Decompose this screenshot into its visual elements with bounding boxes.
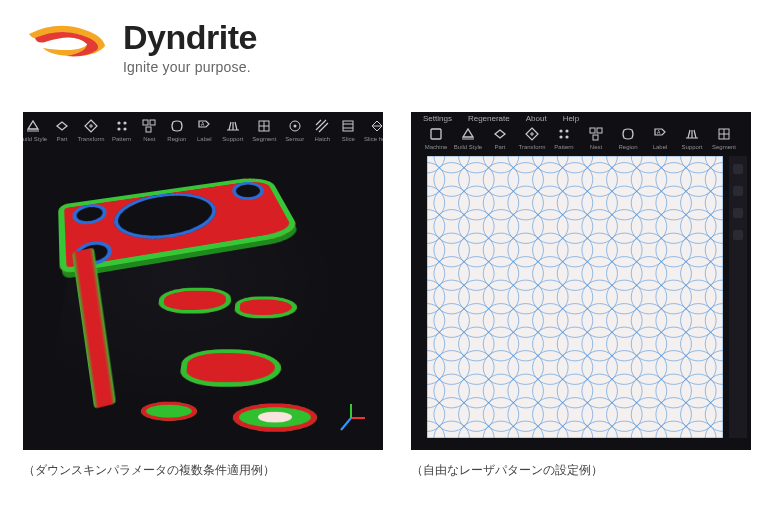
buildstyle-tool-button[interactable]: Build Style xyxy=(23,118,44,142)
hatch-tool-button[interactable]: Hatch xyxy=(314,118,330,142)
pattern-tool-button[interactable]: Pattern xyxy=(553,126,575,150)
svg-point-177 xyxy=(656,351,692,385)
svg-point-146 xyxy=(607,233,643,267)
pattern-tool-button[interactable]: Pattern xyxy=(112,118,131,142)
brand-tagline: Ignite your purpose. xyxy=(123,59,257,75)
label-tool-button[interactable]: ALabel xyxy=(649,126,671,150)
region-blob[interactable] xyxy=(231,404,319,432)
nest-tool-button[interactable]: Nest xyxy=(141,118,157,142)
svg-point-47 xyxy=(427,351,445,385)
left-viewport[interactable]: MachineBuild StylePartTransformPatternNe… xyxy=(23,112,383,450)
svg-line-22 xyxy=(341,418,351,430)
svg-point-5 xyxy=(123,127,126,130)
svg-point-163 xyxy=(631,327,667,361)
left-caption: （ダウンスキンパラメータの複数条件適用例） xyxy=(23,462,383,479)
axis-gizmo-icon[interactable] xyxy=(333,400,369,436)
machine-tool-button[interactable]: Machine xyxy=(425,126,447,150)
support-tool-button[interactable]: Support xyxy=(222,118,243,142)
svg-point-174 xyxy=(656,280,692,314)
svg-point-116 xyxy=(557,156,593,173)
segment-tool-button[interactable]: Segment xyxy=(253,118,275,142)
tool-label: Support xyxy=(222,136,243,142)
svg-point-125 xyxy=(557,351,593,385)
svg-point-151 xyxy=(607,351,643,385)
tool-label: Nest xyxy=(590,144,602,150)
menu-settings[interactable]: Settings xyxy=(423,114,452,123)
label-tool-button[interactable]: ALabel xyxy=(196,118,212,142)
svg-point-44 xyxy=(427,280,445,314)
support-tool-button[interactable]: Support xyxy=(681,126,703,150)
side-panel-button[interactable] xyxy=(733,164,743,174)
slicehere-tool-button[interactable]: Slice here xyxy=(366,118,383,142)
svg-point-58 xyxy=(434,304,470,338)
svg-point-79 xyxy=(483,186,519,220)
svg-point-126 xyxy=(557,374,593,408)
buildstyle-tool-button[interactable]: Build Style xyxy=(457,126,479,150)
machine-icon xyxy=(428,126,444,142)
svg-point-72 xyxy=(459,327,495,361)
tool-label: Region xyxy=(618,144,637,150)
svg-point-67 xyxy=(459,210,495,244)
logo-area: Dyndrite Ignite your purpose. xyxy=(23,12,257,75)
svg-point-193 xyxy=(681,421,717,438)
region-blob[interactable] xyxy=(140,402,198,421)
region-tool-button[interactable]: Region xyxy=(167,118,186,142)
menu-regenerate[interactable]: Regenerate xyxy=(468,114,510,123)
svg-point-40 xyxy=(427,186,445,220)
menu-about[interactable]: About xyxy=(526,114,547,123)
left-3d-canvas[interactable] xyxy=(31,156,375,442)
svg-point-49 xyxy=(427,398,445,432)
slicehere-icon xyxy=(369,118,383,134)
side-panel-button[interactable] xyxy=(733,230,743,240)
svg-point-203 xyxy=(705,351,723,385)
right-viewport[interactable]: SettingsRegenerateAboutHelp MachineBuild… xyxy=(411,112,751,450)
svg-point-118 xyxy=(557,186,593,220)
svg-point-179 xyxy=(656,398,692,432)
svg-point-119 xyxy=(557,210,593,244)
region-tool-button[interactable]: Region xyxy=(617,126,639,150)
right-side-panel[interactable] xyxy=(729,156,747,438)
part-tool-button[interactable]: Part xyxy=(54,118,70,142)
svg-point-136 xyxy=(582,304,618,338)
slice-tool-button[interactable]: Slice xyxy=(340,118,356,142)
part-tool-button[interactable]: Part xyxy=(489,126,511,150)
svg-point-41 xyxy=(427,210,445,244)
side-panel-button[interactable] xyxy=(733,186,743,196)
sensor-tool-button[interactable]: Sensor xyxy=(285,118,304,142)
transform-tool-button[interactable]: Transform xyxy=(521,126,543,150)
svg-point-94 xyxy=(508,233,544,267)
svg-point-2 xyxy=(117,121,120,124)
support-icon xyxy=(684,126,700,142)
right-caption: （自由なレーザパターンの設定例） xyxy=(411,462,751,479)
svg-point-28 xyxy=(565,135,568,138)
tool-label: Segment xyxy=(712,144,736,150)
svg-point-55 xyxy=(434,233,470,267)
segment-tool-button[interactable]: Segment xyxy=(713,126,735,150)
svg-point-100 xyxy=(508,374,544,408)
svg-point-89 xyxy=(483,421,519,438)
nest-tool-button[interactable]: Nest xyxy=(585,126,607,150)
svg-point-152 xyxy=(607,374,643,408)
svg-point-122 xyxy=(557,280,593,314)
laser-pattern-canvas[interactable] xyxy=(427,156,723,438)
transform-tool-button[interactable]: Transform xyxy=(80,118,102,142)
svg-point-158 xyxy=(631,210,667,244)
svg-point-80 xyxy=(483,210,519,244)
svg-point-73 xyxy=(459,351,495,385)
svg-point-140 xyxy=(582,398,618,432)
svg-point-169 xyxy=(656,163,692,197)
tool-label: Sensor xyxy=(285,136,304,142)
svg-point-199 xyxy=(705,257,723,291)
svg-point-135 xyxy=(582,280,618,314)
right-toolbar: MachineBuild StylePartTransformPatternNe… xyxy=(411,126,751,150)
svg-rect-6 xyxy=(143,120,148,125)
svg-point-190 xyxy=(681,351,717,385)
menu-help[interactable]: Help xyxy=(563,114,579,123)
label-icon: A xyxy=(196,118,212,134)
side-panel-button[interactable] xyxy=(733,208,743,218)
svg-point-186 xyxy=(681,257,717,291)
svg-point-57 xyxy=(434,280,470,314)
svg-point-48 xyxy=(427,374,445,408)
svg-point-62 xyxy=(434,398,470,432)
svg-point-130 xyxy=(582,163,618,197)
